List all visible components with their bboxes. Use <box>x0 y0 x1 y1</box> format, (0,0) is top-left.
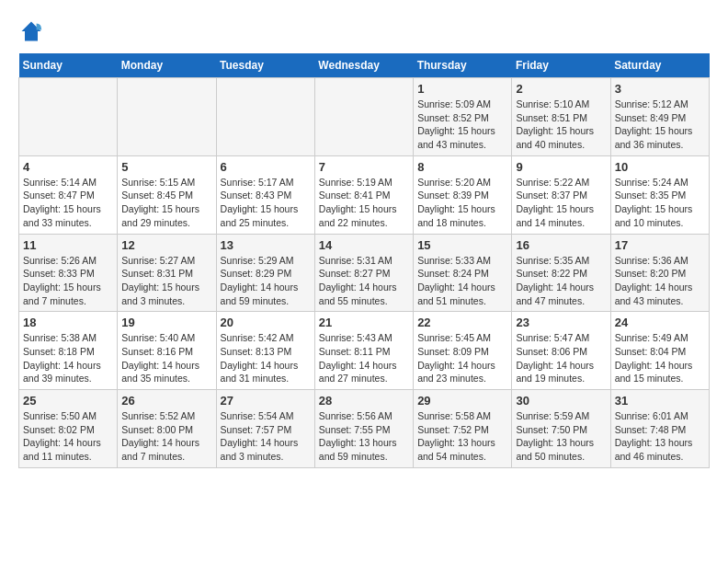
calendar-cell: 11Sunrise: 5:26 AM Sunset: 8:33 PM Dayli… <box>19 234 118 312</box>
day-number: 14 <box>319 238 409 252</box>
calendar-cell: 12Sunrise: 5:27 AM Sunset: 8:31 PM Dayli… <box>118 234 216 312</box>
calendar-cell: 22Sunrise: 5:45 AM Sunset: 8:09 PM Dayli… <box>414 312 512 390</box>
day-info: Sunrise: 5:38 AM Sunset: 8:18 PM Dayligh… <box>23 331 113 385</box>
day-info: Sunrise: 5:35 AM Sunset: 8:22 PM Dayligh… <box>516 254 606 308</box>
weekday-header-friday: Friday <box>512 53 610 78</box>
day-info: Sunrise: 5:26 AM Sunset: 8:33 PM Dayligh… <box>23 254 113 308</box>
calendar-cell: 17Sunrise: 5:36 AM Sunset: 8:20 PM Dayli… <box>610 234 709 312</box>
day-number: 11 <box>23 238 113 252</box>
day-info: Sunrise: 5:50 AM Sunset: 8:02 PM Dayligh… <box>23 409 113 464</box>
day-number: 6 <box>221 160 311 174</box>
weekday-header-row: SundayMondayTuesdayWednesdayThursdayFrid… <box>19 53 710 78</box>
day-number: 12 <box>121 238 211 252</box>
day-info: Sunrise: 5:20 AM Sunset: 8:39 PM Dayligh… <box>417 176 507 230</box>
day-info: Sunrise: 5:24 AM Sunset: 8:35 PM Dayligh… <box>615 176 705 230</box>
calendar-cell: 6Sunrise: 5:17 AM Sunset: 8:43 PM Daylig… <box>216 155 314 234</box>
day-number: 17 <box>615 238 705 252</box>
calendar-cell <box>314 78 413 156</box>
calendar-cell: 25Sunrise: 5:50 AM Sunset: 8:02 PM Dayli… <box>19 390 118 468</box>
calendar-cell: 18Sunrise: 5:38 AM Sunset: 8:18 PM Dayli… <box>19 312 118 390</box>
logo-icon <box>18 18 44 44</box>
day-number: 10 <box>615 160 705 174</box>
day-number: 1 <box>417 82 507 96</box>
calendar-week-row: 25Sunrise: 5:50 AM Sunset: 8:02 PM Dayli… <box>19 390 710 468</box>
weekday-header-monday: Monday <box>118 53 216 78</box>
calendar-week-row: 18Sunrise: 5:38 AM Sunset: 8:18 PM Dayli… <box>19 312 710 390</box>
day-info: Sunrise: 5:43 AM Sunset: 8:11 PM Dayligh… <box>319 331 409 385</box>
day-number: 25 <box>23 394 113 408</box>
day-number: 24 <box>615 316 705 329</box>
day-info: Sunrise: 5:10 AM Sunset: 8:51 PM Dayligh… <box>516 98 606 152</box>
day-number: 27 <box>221 394 311 408</box>
calendar-week-row: 11Sunrise: 5:26 AM Sunset: 8:33 PM Dayli… <box>19 234 710 312</box>
day-number: 28 <box>319 394 409 408</box>
calendar-table: SundayMondayTuesdayWednesdayThursdayFrid… <box>18 53 710 468</box>
day-number: 9 <box>516 160 606 174</box>
calendar-cell: 20Sunrise: 5:42 AM Sunset: 8:13 PM Dayli… <box>216 312 314 390</box>
calendar-cell: 24Sunrise: 5:49 AM Sunset: 8:04 PM Dayli… <box>610 312 709 390</box>
day-info: Sunrise: 5:14 AM Sunset: 8:47 PM Dayligh… <box>23 176 113 230</box>
day-number: 18 <box>23 316 113 329</box>
calendar-cell: 10Sunrise: 5:24 AM Sunset: 8:35 PM Dayli… <box>610 155 709 234</box>
day-info: Sunrise: 5:15 AM Sunset: 8:45 PM Dayligh… <box>121 176 211 230</box>
day-info: Sunrise: 5:47 AM Sunset: 8:06 PM Dayligh… <box>516 331 606 385</box>
weekday-header-tuesday: Tuesday <box>216 53 314 78</box>
day-info: Sunrise: 6:01 AM Sunset: 7:48 PM Dayligh… <box>615 409 705 464</box>
day-number: 2 <box>516 82 606 96</box>
day-number: 16 <box>516 238 606 252</box>
day-number: 13 <box>221 238 311 252</box>
day-number: 22 <box>417 316 507 329</box>
day-info: Sunrise: 5:31 AM Sunset: 8:27 PM Dayligh… <box>319 254 409 308</box>
weekday-header-saturday: Saturday <box>610 53 709 78</box>
day-info: Sunrise: 5:22 AM Sunset: 8:37 PM Dayligh… <box>516 176 606 230</box>
day-number: 8 <box>417 160 507 174</box>
calendar-cell: 30Sunrise: 5:59 AM Sunset: 7:50 PM Dayli… <box>512 390 610 468</box>
day-number: 4 <box>23 160 113 174</box>
day-info: Sunrise: 5:45 AM Sunset: 8:09 PM Dayligh… <box>417 331 507 385</box>
calendar-cell: 19Sunrise: 5:40 AM Sunset: 8:16 PM Dayli… <box>118 312 216 390</box>
day-info: Sunrise: 5:09 AM Sunset: 8:52 PM Dayligh… <box>417 98 507 152</box>
calendar-cell: 9Sunrise: 5:22 AM Sunset: 8:37 PM Daylig… <box>512 155 610 234</box>
calendar-cell: 16Sunrise: 5:35 AM Sunset: 8:22 PM Dayli… <box>512 234 610 312</box>
calendar-cell: 31Sunrise: 6:01 AM Sunset: 7:48 PM Dayli… <box>610 390 709 468</box>
day-number: 30 <box>516 394 606 408</box>
day-info: Sunrise: 5:52 AM Sunset: 8:00 PM Dayligh… <box>121 409 211 464</box>
day-info: Sunrise: 5:36 AM Sunset: 8:20 PM Dayligh… <box>615 254 705 308</box>
day-info: Sunrise: 5:42 AM Sunset: 8:13 PM Dayligh… <box>221 331 311 385</box>
day-info: Sunrise: 5:19 AM Sunset: 8:41 PM Dayligh… <box>319 176 409 230</box>
day-number: 26 <box>121 394 211 408</box>
calendar-cell <box>216 78 314 156</box>
calendar-cell: 7Sunrise: 5:19 AM Sunset: 8:41 PM Daylig… <box>314 155 413 234</box>
calendar-cell: 29Sunrise: 5:58 AM Sunset: 7:52 PM Dayli… <box>414 390 512 468</box>
calendar-cell: 5Sunrise: 5:15 AM Sunset: 8:45 PM Daylig… <box>118 155 216 234</box>
calendar-cell: 27Sunrise: 5:54 AM Sunset: 7:57 PM Dayli… <box>216 390 314 468</box>
logo <box>18 18 48 44</box>
day-number: 23 <box>516 316 606 329</box>
day-info: Sunrise: 5:49 AM Sunset: 8:04 PM Dayligh… <box>615 331 705 385</box>
calendar-cell: 15Sunrise: 5:33 AM Sunset: 8:24 PM Dayli… <box>414 234 512 312</box>
calendar-cell: 14Sunrise: 5:31 AM Sunset: 8:27 PM Dayli… <box>314 234 413 312</box>
calendar-cell <box>118 78 216 156</box>
day-number: 20 <box>221 316 311 329</box>
calendar-cell: 21Sunrise: 5:43 AM Sunset: 8:11 PM Dayli… <box>314 312 413 390</box>
calendar-cell: 13Sunrise: 5:29 AM Sunset: 8:29 PM Dayli… <box>216 234 314 312</box>
calendar-cell: 4Sunrise: 5:14 AM Sunset: 8:47 PM Daylig… <box>19 155 118 234</box>
day-info: Sunrise: 5:17 AM Sunset: 8:43 PM Dayligh… <box>221 176 311 230</box>
day-number: 31 <box>615 394 705 408</box>
calendar-cell: 2Sunrise: 5:10 AM Sunset: 8:51 PM Daylig… <box>512 78 610 156</box>
calendar-cell: 23Sunrise: 5:47 AM Sunset: 8:06 PM Dayli… <box>512 312 610 390</box>
calendar-week-row: 4Sunrise: 5:14 AM Sunset: 8:47 PM Daylig… <box>19 155 710 234</box>
calendar-cell: 28Sunrise: 5:56 AM Sunset: 7:55 PM Dayli… <box>314 390 413 468</box>
page-header <box>18 18 710 44</box>
day-info: Sunrise: 5:40 AM Sunset: 8:16 PM Dayligh… <box>121 331 211 385</box>
weekday-header-wednesday: Wednesday <box>314 53 413 78</box>
day-number: 7 <box>319 160 409 174</box>
day-number: 19 <box>121 316 211 329</box>
calendar-cell <box>19 78 118 156</box>
calendar-cell: 3Sunrise: 5:12 AM Sunset: 8:49 PM Daylig… <box>610 78 709 156</box>
day-info: Sunrise: 5:12 AM Sunset: 8:49 PM Dayligh… <box>615 98 705 152</box>
day-info: Sunrise: 5:59 AM Sunset: 7:50 PM Dayligh… <box>516 409 606 464</box>
day-number: 5 <box>121 160 211 174</box>
calendar-cell: 26Sunrise: 5:52 AM Sunset: 8:00 PM Dayli… <box>118 390 216 468</box>
day-info: Sunrise: 5:56 AM Sunset: 7:55 PM Dayligh… <box>319 409 409 464</box>
